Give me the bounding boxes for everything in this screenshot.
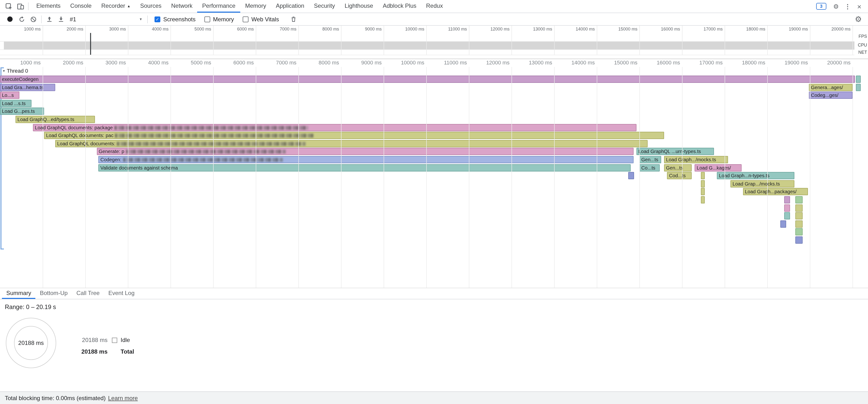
redacted-text [123, 158, 283, 162]
checkbox-web-vitals[interactable]: Web Vitals [243, 16, 279, 23]
flame-block[interactable] [701, 188, 705, 195]
flame-bar[interactable]: Lo...s [0, 92, 20, 99]
flame-bar[interactable]: Gen...ts [664, 164, 692, 172]
tab-security[interactable]: Security [309, 0, 340, 12]
reload-and-record-icon[interactable] [16, 13, 28, 25]
clear-icon[interactable] [28, 13, 39, 25]
inspect-element-icon[interactable] [3, 0, 14, 12]
close-devtools-icon[interactable]: × [854, 0, 865, 12]
drawer-tab-event-log[interactable]: Event Log [104, 288, 139, 299]
drawer-tab-bottom-up[interactable]: Bottom-Up [36, 288, 72, 299]
flame-block[interactable] [856, 75, 861, 83]
toolbar-checkboxes: ✓ScreenshotsMemoryWeb Vitals [155, 16, 288, 23]
more-options-icon[interactable]: ⋮ [842, 0, 854, 12]
tab-elements[interactable]: Elements [31, 0, 65, 12]
time-tick-label: 2000 ms [51, 60, 83, 65]
load-profile-icon[interactable] [43, 13, 55, 25]
tab-adblock-plus[interactable]: Adblock Plus [378, 0, 422, 12]
flame-bar[interactable]: Codegen: [99, 156, 633, 163]
tab-label: Adblock Plus [383, 2, 416, 9]
flame-block[interactable] [784, 212, 790, 219]
gridline [512, 67, 512, 288]
flame-block[interactable] [795, 205, 803, 212]
flame-bar[interactable]: Codeg...ges/ [809, 92, 852, 99]
flame-bar[interactable]: Load ...s.ts [0, 100, 31, 107]
timeline-overview[interactable]: 1000 ms2000 ms3000 ms4000 ms5000 ms6000 … [0, 26, 868, 59]
thread-label: Thread 0 [7, 68, 28, 74]
flame-block[interactable] [795, 237, 803, 244]
gridline [640, 26, 640, 55]
flame-bar[interactable]: Load GraphQ...ed/types.ts [16, 116, 95, 123]
record-button[interactable] [7, 17, 12, 22]
flame-bar[interactable]: Cod...ts [667, 172, 692, 179]
checkbox-memory[interactable]: Memory [204, 16, 234, 23]
flame-bar[interactable]: Load G...kages/ [695, 164, 742, 172]
flame-block[interactable] [784, 205, 790, 212]
range-label: Range: 0 – 20.19 s [5, 304, 56, 311]
tab-redux[interactable]: Redux [421, 0, 447, 12]
drawer-tabs: SummaryBottom-UpCall TreeEvent Log [0, 288, 868, 299]
redacted-text [126, 150, 285, 154]
time-tick-label: 13000 ms [520, 60, 552, 65]
flame-block[interactable] [795, 196, 803, 204]
flame-bar[interactable]: Genera...ages/ [809, 84, 852, 91]
flame-bar[interactable]: Generate: p [97, 148, 633, 155]
learn-more-link[interactable]: Learn more [108, 395, 138, 401]
flame-bar[interactable]: Load Graph.../mocks.ts [664, 156, 728, 163]
flame-chart[interactable]: 1000 ms2000 ms3000 ms4000 ms5000 ms6000 … [0, 59, 868, 288]
flame-bar[interactable]: Load Graph...n-types.ts [717, 172, 795, 179]
time-tick-label: 20000 ms [818, 27, 850, 31]
time-tick-label: 2000 ms [51, 27, 83, 31]
capture-settings-gear-icon[interactable]: ⚙ [852, 13, 864, 25]
flame-bar[interactable]: Load GraphQL documents: [55, 140, 648, 147]
tab-network[interactable]: Network [166, 0, 197, 12]
checkbox-screenshots[interactable]: ✓Screenshots [155, 16, 195, 23]
tab-console[interactable]: Console [65, 0, 96, 12]
tab-memory[interactable]: Memory [240, 0, 271, 12]
drawer-tab-summary[interactable]: Summary [2, 288, 36, 299]
flame-bar[interactable]: Load GraphQL documents: package [33, 124, 637, 131]
flame-bar[interactable]: Load Graph...packages/ [743, 188, 808, 195]
flame-bar-label: Generate: p [99, 149, 124, 154]
flame-bar[interactable]: Co...ts [640, 164, 660, 172]
profile-select[interactable]: #1 ▼ [70, 16, 143, 23]
flame-block[interactable] [701, 196, 705, 204]
save-profile-icon[interactable] [55, 13, 67, 25]
legend-label: Total [121, 348, 134, 355]
drawer-tab-call-tree[interactable]: Call Tree [72, 288, 104, 299]
flame-bar[interactable]: Validate documents against schema [99, 164, 631, 172]
devtools-tabbar: ElementsConsoleRecorder▲SourcesNetworkPe… [0, 0, 868, 13]
thread-header[interactable]: ▾ Thread 0 [3, 68, 28, 74]
delete-recording-icon[interactable] [288, 13, 299, 25]
console-messages-badge[interactable]: 3 [816, 3, 826, 10]
tab-performance[interactable]: Performance [197, 0, 240, 12]
time-tick-label: 11000 ms [435, 27, 467, 31]
flame-block[interactable] [781, 220, 786, 228]
flame-bar[interactable]: Load Grap.../mocks.ts [731, 180, 795, 187]
flame-bar[interactable]: Load G...pes.ts [0, 107, 44, 115]
flame-block[interactable] [701, 180, 705, 187]
time-tick-label: 10000 ms [392, 27, 424, 31]
flame-bar[interactable]: Gen...ts [640, 156, 661, 163]
flame-block[interactable] [795, 220, 803, 228]
message-count: 3 [820, 4, 823, 9]
flame-block[interactable] [856, 84, 861, 91]
flame-block[interactable] [784, 196, 790, 204]
flame-bar[interactable]: Load Gra...hema.ts [0, 84, 55, 91]
gridline [810, 67, 810, 288]
overview-label-net: NET [855, 50, 867, 55]
flame-block[interactable] [628, 172, 634, 179]
gridline [341, 26, 341, 55]
tab-sources[interactable]: Sources [135, 0, 166, 12]
tab-lighthouse[interactable]: Lighthouse [340, 0, 378, 12]
device-toolbar-icon[interactable] [14, 0, 26, 12]
time-tick-label: 16000 ms [648, 60, 680, 65]
flame-bar[interactable]: Load GraphQL documents: pac [44, 132, 664, 139]
flame-bar[interactable]: Load GraphQL ...urn-types.ts [637, 148, 714, 155]
flame-block[interactable] [701, 172, 705, 179]
tab-application[interactable]: Application [271, 0, 309, 12]
settings-gear-icon[interactable]: ⚙ [830, 0, 842, 12]
flame-block[interactable] [795, 228, 803, 236]
tab-recorder[interactable]: Recorder▲ [96, 0, 135, 12]
flame-block[interactable] [795, 212, 803, 219]
